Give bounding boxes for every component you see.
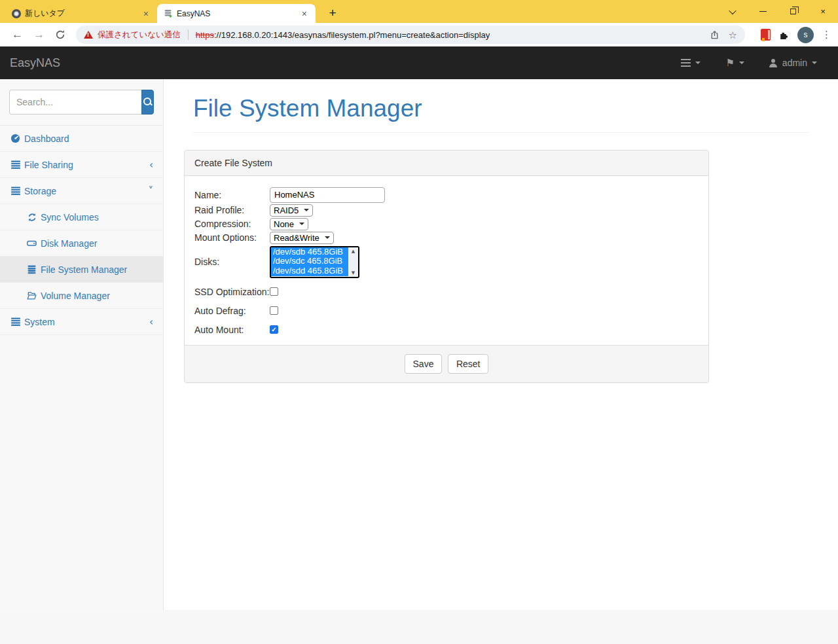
raid-profile-select[interactable]: RAID5 — [270, 204, 313, 217]
tab-close-icon[interactable]: × — [141, 9, 151, 19]
disk-option-sdb[interactable]: /dev/sdb 465.8GiB — [271, 247, 348, 257]
sidebar-item-label: Volume Manager — [41, 291, 110, 301]
caret-down-icon — [739, 62, 744, 64]
url-text[interactable]: https://192.168.0.20:1443/easynas/filesy… — [196, 30, 490, 40]
sidebar-item-label: Storage — [24, 186, 56, 196]
user-icon — [769, 59, 778, 67]
restore-icon — [790, 9, 796, 14]
compression-select[interactable]: None — [270, 218, 308, 230]
sidebar-item-volume-manager[interactable]: Volume Manager — [0, 283, 163, 309]
caret-down-icon — [695, 62, 701, 64]
list-bars-icon — [10, 187, 21, 195]
browser-menu-icon[interactable]: ⋮ — [822, 29, 831, 41]
restore-button[interactable] — [778, 0, 808, 23]
tab-new-tab[interactable]: 新しいタブ × — [5, 4, 157, 23]
mount-options-value: Read&Write — [274, 233, 319, 243]
extension-book-icon[interactable] — [761, 29, 771, 41]
profile-avatar[interactable]: s — [797, 27, 814, 43]
sidebar-item-label: File System Manager — [41, 264, 127, 275]
back-button[interactable]: ← — [7, 28, 28, 41]
disks-label: Disks: — [194, 257, 270, 267]
panel-header: Create File System — [185, 151, 708, 176]
tab-title: EasyNAS — [177, 9, 296, 18]
auto-defrag-checkbox[interactable] — [270, 306, 278, 315]
reload-button[interactable] — [50, 29, 71, 40]
flag-icon: ⚑ — [725, 57, 734, 69]
page-footer — [0, 610, 838, 644]
sidebar-item-file-sharing[interactable]: File Sharing ‹ — [0, 152, 163, 178]
sidebar-item-sync-volumes[interactable]: Sync Volumes — [0, 204, 163, 230]
bookmark-star-icon[interactable]: ☆ — [729, 30, 737, 40]
page-title: File System Manager — [193, 95, 809, 123]
minimize-icon — [759, 11, 767, 12]
sidebar-item-storage[interactable]: Storage ˅ — [0, 178, 163, 204]
search-input[interactable] — [9, 90, 141, 115]
disk-option-sdd[interactable]: /dev/sdd 465.8GiB — [271, 266, 348, 276]
hamburger-icon — [681, 59, 691, 67]
security-warning-icon — [84, 31, 93, 39]
chevron-left-icon: ‹ — [149, 316, 153, 328]
address-bar[interactable]: 保護されていない通信 https://192.168.0.20:1443/eas… — [76, 26, 745, 44]
auto-defrag-label: Auto Defrag: — [194, 306, 270, 316]
extensions-puzzle-icon[interactable] — [778, 29, 790, 41]
select-caret-icon — [299, 223, 304, 225]
sidebar-item-disk-manager[interactable]: Disk Manager — [0, 230, 163, 257]
folder-open-icon — [26, 291, 37, 300]
sync-refresh-icon — [26, 213, 37, 222]
tab-close-icon[interactable]: × — [300, 9, 309, 19]
multiselect-scrollbar[interactable]: ▲ ▼ — [348, 247, 358, 277]
share-icon[interactable] — [710, 30, 720, 40]
mount-options-select[interactable]: Read&Write — [270, 232, 334, 244]
search-button[interactable] — [141, 90, 154, 115]
url-scheme-struck: https — [196, 30, 214, 40]
disks-multiselect[interactable]: /dev/sdb 465.8GiB /dev/sdc 465.8GiB /dev… — [270, 246, 359, 278]
raid-profile-value: RAID5 — [274, 206, 299, 215]
navbar-user-menu[interactable]: admin — [769, 58, 817, 68]
sidebar-item-dashboard[interactable]: Dashboard — [0, 126, 163, 152]
panel-footer: Save Reset — [185, 345, 708, 382]
navbar-apps-menu[interactable] — [681, 59, 701, 67]
select-caret-icon — [325, 236, 330, 239]
tab-title: 新しいタブ — [25, 8, 137, 19]
minimize-button[interactable] — [748, 0, 778, 23]
select-caret-icon — [304, 209, 309, 211]
save-button[interactable]: Save — [405, 354, 443, 374]
caret-down-icon — [812, 62, 817, 64]
browser-toolbar: ← → 保護されていない通信 https://192.168.0.20:1443… — [0, 23, 838, 46]
new-tab-button[interactable]: + — [323, 4, 342, 22]
name-field[interactable] — [270, 187, 385, 203]
tab-search-button[interactable] — [718, 0, 748, 23]
auto-mount-checkbox[interactable] — [270, 325, 278, 334]
brand-logo[interactable]: EasyNAS — [10, 56, 60, 70]
scroll-up-icon[interactable]: ▲ — [352, 249, 355, 254]
compression-value: None — [274, 219, 294, 229]
dashboard-gauge-icon — [10, 134, 21, 143]
ssd-optimization-label: SSD Optimization: — [194, 287, 270, 297]
chevron-down-icon — [729, 7, 736, 14]
sidebar-item-system[interactable]: System ‹ — [0, 309, 163, 335]
compression-label: Compression: — [194, 219, 270, 229]
browser-tab-strip: 新しいタブ × EasyNAS × + × — [0, 0, 838, 23]
reset-button[interactable]: Reset — [448, 354, 489, 374]
toolbar-right: s ⋮ — [752, 27, 831, 43]
main-content: File System Manager Create File System N… — [164, 79, 838, 610]
mount-options-label: Mount Options: — [194, 232, 270, 243]
chevron-down-icon: ˅ — [149, 185, 154, 197]
sidebar-item-label: Dashboard — [24, 134, 69, 144]
list-bars-icon — [10, 317, 21, 326]
create-filesystem-panel: Create File System Name: Raid Profile: R… — [184, 150, 709, 383]
navbar-language-menu[interactable]: ⚑ — [725, 57, 744, 69]
scroll-down-icon[interactable]: ▼ — [352, 270, 355, 276]
tab-easynas[interactable]: EasyNAS × — [157, 4, 316, 23]
database-icon — [26, 265, 37, 274]
sidebar-item-file-system-manager[interactable]: File System Manager — [0, 257, 163, 283]
chrome-logo-icon — [12, 9, 21, 18]
auto-mount-label: Auto Mount: — [194, 325, 270, 335]
disk-option-sdc[interactable]: /dev/sdc 465.8GiB — [271, 257, 348, 266]
title-divider — [193, 132, 809, 133]
security-warning-text[interactable]: 保護されていない通信 — [98, 29, 181, 41]
ssd-optimization-checkbox[interactable] — [270, 287, 278, 296]
window-close-button[interactable]: × — [808, 0, 838, 23]
sidebar-item-label: File Sharing — [24, 160, 73, 170]
forward-button[interactable]: → — [28, 28, 50, 41]
